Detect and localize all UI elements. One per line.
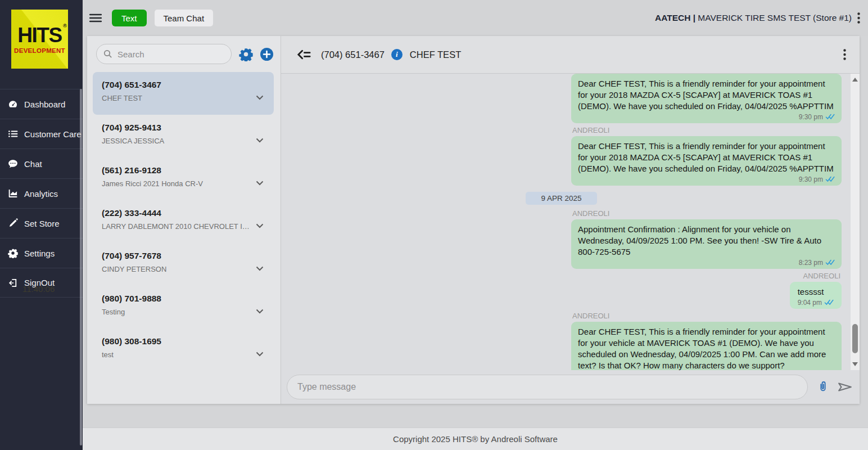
message-time: 9:30 pm	[799, 174, 823, 185]
chevron-down-icon[interactable]	[256, 352, 264, 357]
pencil-icon	[8, 218, 18, 228]
chat-panel: (704) 651-3467 i CHEF TEST Dear CHEF TES…	[281, 36, 860, 404]
chevron-down-icon[interactable]	[256, 266, 264, 271]
tab-team-chat[interactable]: Team Chat	[155, 10, 214, 26]
store-title: AATECH | MAVERICK TIRE SMS TEST (Store #…	[655, 13, 852, 23]
delivered-checks-icon	[825, 259, 835, 266]
message-sender: ANDREOLI	[572, 209, 609, 218]
sidebar-item-customer-care[interactable]: Customer Care	[0, 119, 83, 148]
message-text: Dear CHEF TEST, This is a friendly remin…	[578, 141, 834, 173]
sidebar-item-dashboard[interactable]: Dashboard	[0, 89, 83, 119]
conversation-name: Testing	[102, 308, 251, 316]
chevron-down-icon[interactable]	[256, 95, 264, 100]
scrollbar-thumb[interactable]	[852, 324, 858, 353]
sidebar-item-label: Set Store	[24, 219, 60, 228]
sidebar-item-label: Dashboard	[24, 100, 65, 109]
message-text: Appointment Confirmation : Alignment for…	[578, 224, 821, 256]
message-bubble: Dear CHEF TEST, This is a friendly remin…	[571, 322, 842, 370]
message: ANDREOLItesssst9:04 pm	[571, 271, 842, 309]
sidebar-item-settings[interactable]: Settings	[0, 238, 83, 268]
conversation-name: JESSICA JESSICA	[102, 137, 251, 145]
conversation-item[interactable]: (980) 701-9888Testing	[93, 286, 274, 328]
chevron-down-icon[interactable]	[256, 138, 264, 143]
messages-scrollbar[interactable]	[851, 74, 860, 370]
message: Dear CHEF TEST, This is a friendly remin…	[571, 74, 842, 123]
footer: Copyright 2025 HITS® by Andreoli Softwar…	[83, 428, 868, 450]
dashboard-icon	[8, 99, 18, 109]
logo-title: HITS®	[17, 25, 61, 46]
message-text: Dear CHEF TEST, This is a friendly remin…	[578, 79, 834, 111]
scroll-down-arrow[interactable]	[852, 362, 858, 366]
message-sender: ANDREOLI	[572, 312, 609, 321]
hamburger-menu-icon[interactable]	[89, 14, 102, 22]
attachment-paperclip-icon[interactable]	[817, 380, 829, 394]
chevron-down-icon[interactable]	[256, 223, 264, 228]
tab-text[interactable]: Text	[112, 10, 147, 26]
chat-contact-name: CHEF TEST	[410, 50, 461, 60]
info-icon[interactable]: i	[391, 49, 403, 60]
message-time: 9:30 pm	[799, 111, 823, 123]
message: ANDREOLIAppointment Confirmation : Align…	[571, 208, 842, 269]
conversation-settings-gear-icon[interactable]	[239, 47, 253, 61]
sidebar-item-label: Analytics	[24, 189, 58, 199]
conversation-item[interactable]: (704) 957-7678CINDY PETERSON	[93, 243, 274, 286]
hits-logo[interactable]: HITS® DEVELOPMENT	[11, 10, 68, 69]
sidebar: HITS® DEVELOPMENT DashboardCustomer Care…	[0, 0, 83, 450]
conversation-item[interactable]: (980) 308-1695test	[93, 328, 274, 371]
conversation-phone: (704) 957-7678	[102, 251, 251, 261]
sidebar-item-label: Settings	[24, 249, 55, 258]
conversation-phone: (704) 651-3467	[102, 80, 251, 90]
kebab-menu-icon[interactable]	[857, 12, 860, 24]
message-bubble: Dear CHEF TEST, This is a friendly remin…	[571, 136, 842, 186]
message-input[interactable]	[287, 375, 808, 399]
conversation-name: LARRY DABLEMONT 2010 CHEVROLET IMPA...	[102, 222, 251, 231]
message-history: Dear CHEF TEST, This is a friendly remin…	[281, 74, 851, 370]
new-conversation-add-icon[interactable]	[260, 47, 274, 61]
topbar: Text Team Chat AATECH | MAVERICK TIRE SM…	[83, 0, 868, 36]
chat-contact-phone: (704) 651-3467	[321, 50, 385, 60]
sidebar-item-label: SignOut	[24, 278, 55, 287]
conversation-phone: (561) 216-9128	[102, 165, 251, 176]
message: ANDREOLIDear CHEF TEST, This is a friend…	[571, 125, 842, 186]
analytics-icon	[8, 188, 18, 199]
search-icon	[103, 50, 112, 58]
message-time: 9:04 pm	[798, 297, 822, 308]
sidebar-item-signout[interactable]: SignOut	[0, 268, 83, 298]
conversation-item[interactable]: (704) 925-9413JESSICA JESSICA	[93, 115, 274, 158]
chevron-down-icon[interactable]	[256, 309, 264, 314]
send-icon[interactable]	[838, 381, 852, 393]
message-text: tesssst	[798, 287, 824, 296]
chat-kebab-menu-icon[interactable]	[843, 49, 846, 60]
content-card: (704) 651-3467CHEF TEST(704) 925-9413JES…	[87, 36, 860, 404]
message-text: Dear CHEF TEST, This is a friendly remin…	[578, 327, 826, 370]
signout-icon	[8, 278, 18, 288]
conversation-item[interactable]: (222) 333-4444LARRY DABLEMONT 2010 CHEVR…	[93, 200, 274, 243]
conversation-list-panel: (704) 651-3467CHEF TEST(704) 925-9413JES…	[87, 36, 281, 404]
message-sender: ANDREOLI	[803, 272, 840, 281]
conversation-name: CINDY PETERSON	[102, 265, 251, 273]
gear-icon	[8, 248, 18, 258]
delivered-checks-icon	[825, 176, 835, 182]
sidebar-item-analytics[interactable]: Analytics	[0, 178, 83, 208]
message-bubble: tesssst9:04 pm	[790, 282, 842, 309]
back-collapse-icon[interactable]	[297, 49, 311, 60]
sidebar-item-set-store[interactable]: Set Store	[0, 208, 83, 238]
sidebar-scrollbar[interactable]	[80, 89, 82, 446]
list-icon	[8, 129, 18, 139]
message-bubble: Appointment Confirmation : Alignment for…	[571, 219, 842, 269]
sidebar-item-chat[interactable]: Chat	[0, 148, 83, 178]
conversation-item[interactable]: (704) 651-3467CHEF TEST	[93, 72, 274, 115]
chevron-down-icon[interactable]	[256, 181, 264, 186]
scroll-up-arrow[interactable]	[852, 78, 858, 82]
chat-header: (704) 651-3467 i CHEF TEST	[281, 36, 860, 74]
conversation-name: CHEF TEST	[102, 94, 251, 102]
search-input[interactable]	[96, 44, 232, 64]
conversation-name: test	[102, 350, 251, 359]
sidebar-item-label: Chat	[24, 159, 42, 169]
conversation-item[interactable]: (561) 216-9128James Ricci 2021 Honda CR-…	[93, 158, 274, 200]
chat-icon	[8, 159, 18, 169]
logo-subtitle: DEVELOPMENT	[14, 47, 65, 54]
copyright-text: Copyright 2025 HITS® by Andreoli Softwar…	[393, 434, 558, 444]
sidebar-item-label: Customer Care	[24, 129, 82, 139]
message-time: 8:23 pm	[799, 257, 823, 268]
